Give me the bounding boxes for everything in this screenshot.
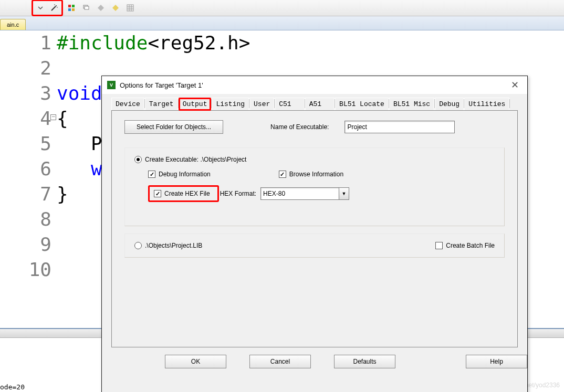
tab-a51[interactable]: A51 <box>305 98 335 111</box>
stack-icon[interactable] <box>80 2 92 14</box>
svg-rect-4 <box>72 5 75 7</box>
close-icon[interactable]: ✕ <box>508 78 522 92</box>
diamond-yellow-icon[interactable] <box>109 2 122 14</box>
dialog-button-row: OK Cancel Defaults Help <box>102 354 527 376</box>
file-tab-bar: ain.c <box>0 16 564 30</box>
highlighted-create-hex: Create HEX File <box>148 185 219 202</box>
tab-listing[interactable]: Listing <box>212 98 249 111</box>
tab-debug[interactable]: Debug <box>435 98 464 111</box>
svg-rect-9 <box>127 5 133 11</box>
tab-output[interactable]: Output <box>179 98 212 111</box>
file-tab-main-c[interactable]: ain.c <box>0 19 26 30</box>
create-lib-group: .\Objects\Project.LIB Create Batch File <box>124 234 505 258</box>
hex-format-label: HEX Format: <box>220 190 256 197</box>
tab-bl51-misc[interactable]: BL51 Misc <box>389 98 434 111</box>
dialog-tabstrip: Device Target Output Listing User C51 A5… <box>102 94 527 110</box>
tab-target[interactable]: Target <box>145 98 178 111</box>
checkbox-icon[interactable] <box>148 171 155 178</box>
select-folder-button[interactable]: Select Folder for Objects... <box>124 120 223 134</box>
svg-rect-6 <box>72 8 75 11</box>
checkbox-debug-info[interactable]: Debug Information <box>148 171 211 178</box>
magic-wand-icon[interactable] <box>48 2 60 14</box>
cancel-button[interactable]: Cancel <box>249 355 311 368</box>
tab-utilities[interactable]: Utilities <box>464 98 509 111</box>
color-blocks-icon[interactable] <box>65 2 78 14</box>
tab-bl51-locate[interactable]: BL51 Locate <box>335 98 389 111</box>
checkbox-icon[interactable] <box>279 171 286 178</box>
radio-icon[interactable] <box>134 242 142 249</box>
dialog-title: Options for Target 'Target 1' <box>120 81 203 89</box>
highlighted-toolbar-buttons <box>32 0 63 16</box>
defaults-button[interactable]: Defaults <box>334 355 395 368</box>
checkbox-icon[interactable] <box>435 242 443 249</box>
tab-user[interactable]: User <box>249 98 274 111</box>
checkbox-create-batch[interactable]: Create Batch File <box>435 242 495 249</box>
svg-rect-3 <box>68 5 71 7</box>
radio-create-executable[interactable]: Create Executable: .\Objects\Project <box>134 156 246 163</box>
svg-rect-8 <box>85 6 89 9</box>
line-number-gutter: 12345678910 <box>0 30 57 314</box>
grid-icon[interactable] <box>124 2 137 14</box>
create-executable-group: Create Executable: .\Objects\Project Deb… <box>124 147 505 226</box>
options-dialog: V Options for Target 'Target 1' ✕ Device… <box>101 76 528 392</box>
svg-point-2 <box>57 7 58 8</box>
radio-create-lib[interactable]: .\Objects\Project.LIB <box>134 242 202 249</box>
hex-format-combo[interactable]: ▼ <box>260 187 349 200</box>
dialog-body: Select Folder for Objects... Name of Exe… <box>111 110 518 347</box>
svg-point-0 <box>56 5 57 6</box>
diamond-grey-icon[interactable] <box>95 2 107 14</box>
svg-rect-5 <box>68 8 71 11</box>
checkbox-icon[interactable] <box>154 190 161 197</box>
dialog-app-icon: V <box>107 81 116 89</box>
hex-format-value[interactable] <box>260 187 339 200</box>
fold-toggle-icon[interactable]: − <box>50 114 56 120</box>
dialog-titlebar: V Options for Target 'Target 1' ✕ <box>102 76 527 94</box>
checkbox-browse-info[interactable]: Browse Information <box>279 171 343 178</box>
ok-button[interactable]: OK <box>165 355 226 368</box>
help-button[interactable]: Help <box>466 355 527 368</box>
tab-c51[interactable]: C51 <box>275 98 304 111</box>
svg-point-1 <box>54 4 55 5</box>
radio-icon[interactable] <box>134 156 142 163</box>
checkbox-create-hex[interactable]: Create HEX File <box>154 190 210 197</box>
name-of-executable-label: Name of Executable: <box>270 123 329 131</box>
tab-device[interactable]: Device <box>111 98 144 111</box>
dropdown-icon[interactable] <box>34 2 47 14</box>
chevron-down-icon[interactable]: ▼ <box>339 187 349 200</box>
top-toolbar <box>0 0 564 16</box>
name-of-executable-input[interactable] <box>344 121 455 133</box>
